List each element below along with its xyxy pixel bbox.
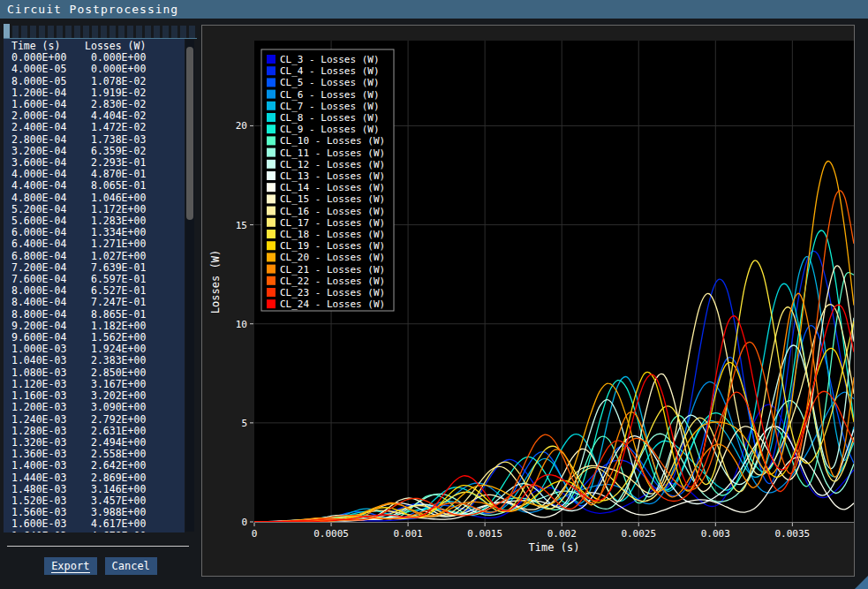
table-row[interactable]: 4.000E-05 0.000E+00	[11, 64, 185, 75]
legend-entry: CL_23 - Losses (W)	[267, 287, 385, 298]
legend-entry: CL_15 - Losses (W)	[267, 193, 385, 205]
legend-swatch	[267, 253, 275, 261]
legend-swatch	[267, 136, 275, 145]
table-row[interactable]: 8.400E-04 7.247E-01	[11, 297, 185, 308]
legend-entry: CL_24 - Losses (W)	[267, 298, 385, 310]
legend-label: CL_17 - Losses (W)	[280, 217, 385, 229]
signal-tab-3[interactable]	[30, 26, 36, 38]
table-row[interactable]: 1.400E-03 2.642E+00	[11, 460, 185, 472]
signal-tab-13[interactable]	[118, 26, 125, 38]
signal-tab-7[interactable]	[65, 26, 72, 38]
table-row[interactable]: 8.800E-04 8.865E-01	[11, 309, 185, 321]
table-row[interactable]: 6.400E-04 1.271E+00	[11, 238, 185, 250]
signal-tab-4[interactable]	[39, 26, 45, 38]
button-row: Export Cancel	[0, 557, 201, 575]
table-row[interactable]: 8.000E-05 1.078E-02	[11, 76, 185, 87]
legend-label: CL_16 - Losses (W)	[280, 206, 385, 217]
legend-label: CL_20 - Losses (W)	[280, 252, 385, 263]
legend-entry: CL_8 - Losses (W)	[267, 112, 380, 124]
signal-tab-2[interactable]	[21, 26, 27, 38]
window-title: Circuit Postprocessing	[0, 0, 868, 19]
legend-swatch	[267, 299, 275, 308]
x-tick-label: 0	[252, 528, 258, 540]
legend-entry: CL_9 - Losses (W)	[267, 124, 380, 135]
table-row[interactable]: 2.400E-04 1.472E-02	[11, 122, 185, 133]
signal-tab-11[interactable]	[101, 26, 107, 38]
legend-entry: CL_6 - Losses (W)	[267, 89, 380, 101]
table-row[interactable]: 4.400E-04 8.065E-01	[11, 180, 185, 192]
legend-label: CL_9 - Losses (W)	[280, 124, 380, 135]
table-row[interactable]: 4.800E-04 1.046E+00	[11, 193, 185, 204]
y-tick-label: 0	[241, 517, 247, 528]
legend-label: CL_10 - Losses (W)	[280, 135, 385, 147]
table-row[interactable]: 1.040E-03 2.383E+00	[11, 355, 185, 366]
y-tick-label: 20	[236, 120, 247, 132]
signal-tab-0[interactable]	[4, 24, 10, 38]
export-button[interactable]: Export	[44, 557, 96, 575]
legend-label: CL_21 - Losses (W)	[280, 264, 385, 276]
signal-tab-6[interactable]	[57, 26, 63, 38]
legend-swatch	[267, 55, 275, 64]
signal-tab-20[interactable]	[180, 26, 186, 38]
signal-tab-21[interactable]	[189, 26, 195, 38]
y-tick-label: 5	[241, 418, 247, 429]
signal-tab-14[interactable]	[127, 26, 133, 38]
legend-entry: CL_13 - Losses (W)	[267, 170, 385, 182]
legend-swatch	[267, 148, 275, 157]
legend-label: CL_3 - Losses (W)	[280, 54, 380, 65]
table-row[interactable]: 2.800E-04 1.738E-03	[11, 134, 185, 146]
legend-swatch	[267, 288, 275, 297]
x-axis-label: Time (s)	[529, 541, 580, 554]
signal-tab-19[interactable]	[171, 26, 177, 38]
legend-swatch	[267, 160, 275, 169]
table-row[interactable]: 6.800E-04 1.027E+00	[11, 251, 185, 262]
legend-swatch	[267, 194, 275, 203]
legend-swatch	[267, 230, 275, 238]
signal-tab-17[interactable]	[154, 26, 160, 38]
signal-tab-1[interactable]	[12, 26, 19, 38]
data-table[interactable]: Time (s) Losses (W)0.000E+00 0.000E+004.…	[4, 39, 185, 532]
scrollbar-thumb[interactable]	[186, 47, 193, 220]
legend-label: CL_4 - Losses (W)	[280, 65, 380, 77]
table-row[interactable]: 1.240E-03 2.792E+00	[11, 414, 185, 426]
legend-entry: CL_17 - Losses (W)	[267, 217, 385, 229]
table-row[interactable]: 1.280E-03 2.631E+00	[11, 426, 185, 437]
signal-tab-9[interactable]	[83, 26, 89, 38]
resize-grip-icon[interactable]	[855, 576, 868, 589]
signal-tab-16[interactable]	[145, 26, 151, 38]
legend-swatch	[267, 207, 275, 215]
table-row[interactable]: 1.440E-03 2.869E+00	[11, 472, 185, 484]
losses-plot[interactable]: 00.00050.0010.00150.0020.00250.0030.0035…	[202, 26, 856, 578]
table-row[interactable]: 1.200E-03 3.090E+00	[11, 402, 185, 413]
legend-label: CL_18 - Losses (W)	[280, 229, 385, 240]
legend-entry: CL_18 - Losses (W)	[267, 229, 385, 240]
tab-strip[interactable]	[4, 25, 197, 39]
table-row[interactable]: 1.600E-03 4.617E+00	[11, 518, 185, 530]
legend-label: CL_7 - Losses (W)	[280, 101, 380, 112]
legend-entry: CL_4 - Losses (W)	[267, 65, 380, 77]
legend-swatch	[267, 218, 275, 227]
legend-entry: CL_5 - Losses (W)	[267, 77, 380, 88]
legend-label: CL_22 - Losses (W)	[280, 276, 385, 287]
x-tick-label: 0.0015	[467, 528, 502, 540]
legend-label: CL_14 - Losses (W)	[280, 182, 385, 193]
legend-swatch	[267, 125, 275, 133]
signal-tab-15[interactable]	[136, 26, 142, 38]
legend-label: CL_5 - Losses (W)	[280, 77, 380, 88]
table-row[interactable]: 1.480E-03 3.146E+00	[11, 484, 185, 495]
legend-swatch	[267, 102, 275, 110]
signal-tab-10[interactable]	[92, 26, 98, 38]
legend-entry: CL_19 - Losses (W)	[267, 240, 385, 252]
legend-label: CL_6 - Losses (W)	[280, 89, 380, 101]
signal-tab-18[interactable]	[162, 26, 169, 38]
table-row[interactable]: 1.640E-03 4.678E+00	[11, 531, 185, 532]
signal-tab-5[interactable]	[48, 26, 54, 38]
signal-tab-8[interactable]	[74, 26, 80, 38]
signal-tab-12[interactable]	[109, 26, 116, 38]
separator	[7, 546, 189, 547]
table-row[interactable]: 1.080E-03 2.850E+00	[11, 367, 185, 379]
legend-entry: CL_11 - Losses (W)	[267, 147, 385, 159]
cancel-button[interactable]: Cancel	[105, 557, 157, 575]
x-tick-label: 0.0035	[774, 528, 810, 540]
table-scrollbar[interactable]	[185, 40, 194, 532]
